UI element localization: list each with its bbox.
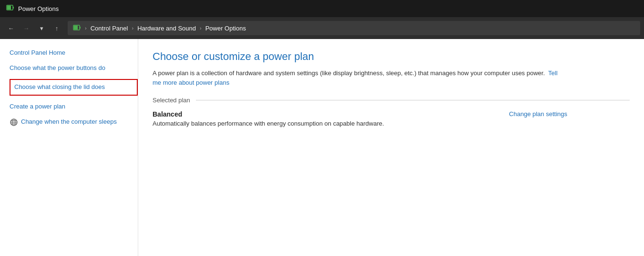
forward-button[interactable]: → xyxy=(19,21,33,35)
plan-name: Balanced xyxy=(153,110,384,118)
breadcrumb-power-options[interactable]: Power Options xyxy=(205,25,246,32)
content-description-text: A power plan is a collection of hardware… xyxy=(153,69,545,77)
breadcrumb-control-panel[interactable]: Control Panel xyxy=(91,25,128,32)
sidebar-item-power-buttons[interactable]: Choose what the power buttons do xyxy=(10,64,138,72)
svg-rect-4 xyxy=(80,27,81,29)
content-area: Choose or customize a power plan A power… xyxy=(138,39,644,256)
sidebar-item-computer-sleeps-container: Change when the computer sleeps xyxy=(10,118,138,127)
breadcrumb-sep-2: › xyxy=(200,25,202,31)
content-title: Choose or customize a power plan xyxy=(153,50,630,63)
selected-plan-header: Selected plan xyxy=(153,97,630,104)
sidebar-item-lid-does[interactable]: Choose what closing the lid does xyxy=(10,79,138,95)
selected-plan-divider xyxy=(196,100,630,100)
plan-info: Balanced Automatically balances performa… xyxy=(153,110,384,127)
breadcrumb-sep-1: › xyxy=(132,25,133,31)
main-area: Control Panel Home Choose what the power… xyxy=(0,39,644,256)
breadcrumb-hardware-sound[interactable]: Hardware and Sound xyxy=(137,25,196,32)
address-bar[interactable]: › Control Panel › Hardware and Sound › P… xyxy=(68,21,640,35)
window-title: Power Options xyxy=(18,5,59,12)
breadcrumb-sep-0: › xyxy=(85,25,87,31)
dropdown-button[interactable]: ▾ xyxy=(34,21,49,35)
content-description: A power plan is a collection of hardware… xyxy=(153,69,567,87)
globe-icon xyxy=(10,118,18,127)
svg-rect-5 xyxy=(74,26,78,30)
change-plan-link[interactable]: Change plan settings xyxy=(509,110,567,118)
plan-row: Balanced Automatically balances performa… xyxy=(153,110,567,127)
svg-rect-1 xyxy=(13,7,14,9)
nav-bar: ← → ▾ ↑ › Control Panel › Hardware and S… xyxy=(0,17,644,39)
selected-plan-label: Selected plan xyxy=(153,97,190,104)
sidebar-item-control-panel-home[interactable]: Control Panel Home xyxy=(10,49,138,57)
address-icon xyxy=(72,23,81,33)
up-button[interactable]: ↑ xyxy=(50,21,64,35)
sidebar-item-computer-sleeps[interactable]: Change when the computer sleeps xyxy=(21,118,117,126)
sidebar: Control Panel Home Choose what the power… xyxy=(0,39,138,256)
selected-plan-section: Selected plan Balanced Automatically bal… xyxy=(153,97,630,127)
back-button[interactable]: ← xyxy=(4,21,18,35)
title-bar: Power Options xyxy=(0,0,644,17)
plan-description: Automatically balances performance with … xyxy=(153,120,384,127)
app-icon xyxy=(6,3,14,14)
svg-rect-2 xyxy=(7,6,11,10)
sidebar-item-create-plan[interactable]: Create a power plan xyxy=(10,102,138,111)
